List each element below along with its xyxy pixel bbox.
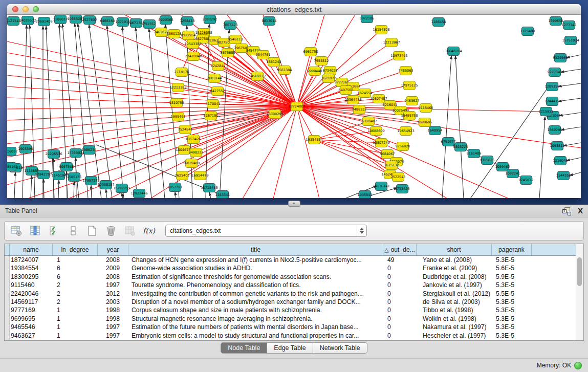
column-header-in_degree[interactable]: in_degree	[53, 244, 98, 255]
network-edge-black[interactable]	[563, 143, 581, 146]
cell-out_de[interactable]: 0	[383, 323, 417, 331]
network-edge-red[interactable]	[314, 131, 376, 140]
cell-out_de[interactable]: 0	[383, 298, 417, 306]
network-edge-black[interactable]	[567, 55, 581, 58]
cell-in_degree[interactable]: 1	[53, 256, 98, 264]
network-edge-black[interactable]	[58, 180, 59, 198]
cell-out_de[interactable]: 0	[383, 264, 417, 272]
cell-year[interactable]: 1997	[98, 332, 128, 340]
cell-in_degree[interactable]: 2	[53, 298, 98, 306]
cell-out_de[interactable]: 0	[383, 315, 417, 323]
cell-title[interactable]: Tourette syndrome. Phenomenology and cla…	[128, 281, 383, 289]
network-edge-black[interactable]	[567, 158, 581, 161]
table-row[interactable]: 1938455462009Genome-wide association stu…	[5, 264, 583, 272]
tab-edge-table[interactable]: Edge Table	[267, 342, 313, 354]
cell-pagerank[interactable]: 5.9E-5	[492, 273, 532, 281]
cell-pagerank[interactable]: 5.3E-5	[492, 323, 532, 331]
cell-short[interactable]: Stergiakouli et al. (2012)	[417, 290, 492, 298]
cell-year[interactable]: 2008	[98, 273, 128, 281]
table-row[interactable]: 2242004622012Investigating the contribut…	[5, 290, 583, 298]
table-row[interactable]: 969969511998Structural magnetic resonanc…	[5, 315, 583, 323]
cell-title[interactable]: Changes of HCN gene expression and I(f) …	[128, 256, 383, 264]
select-rows-check-icon[interactable]: ✓✓	[49, 225, 60, 236]
cell-pagerank[interactable]: 5.3E-5	[492, 298, 532, 306]
new-table-icon[interactable]	[86, 225, 98, 236]
network-edge-red[interactable]	[314, 140, 381, 143]
column-header-year[interactable]: year	[98, 244, 128, 255]
network-edge-black[interactable]	[122, 27, 137, 198]
cell-title[interactable]: Estimation of the future numbers of pati…	[128, 323, 383, 331]
cell-title[interactable]: Disruption of a novel member of a sodium…	[128, 298, 383, 306]
cell-name[interactable]: 22420046	[10, 290, 53, 298]
network-edge-black[interactable]	[175, 192, 176, 198]
table-scrollbar-thumb[interactable]	[577, 257, 582, 286]
cell-year[interactable]: 1998	[98, 315, 128, 323]
cell-pagerank[interactable]: 5.5E-5	[492, 290, 532, 298]
cell-name[interactable]: 9777169	[10, 306, 53, 314]
cell-name[interactable]: 9115460	[10, 281, 53, 289]
cell-short[interactable]: Nakamura et al. (1997)	[417, 323, 492, 331]
table-row[interactable]: 1830029562008Estimation of significance …	[5, 273, 583, 281]
column-header-short[interactable]: short	[417, 244, 492, 255]
cell-pagerank[interactable]: 5.6E-5	[492, 264, 532, 272]
column-visibility-icon[interactable]	[30, 225, 41, 236]
cell-short[interactable]: Franke et al. (2009)	[417, 264, 492, 272]
network-edge-black[interactable]	[455, 56, 464, 198]
cell-in_degree[interactable]: 2	[53, 281, 98, 289]
column-header-name[interactable]: name	[10, 244, 53, 255]
network-edge-black[interactable]	[136, 28, 151, 198]
cell-title[interactable]: Structural magnetic resonance image aver…	[128, 315, 383, 323]
network-edge-black[interactable]	[561, 127, 581, 130]
cell-year[interactable]: 2008	[98, 256, 128, 264]
table-row[interactable]: 1872400712008Changes of HCN gene express…	[5, 256, 583, 264]
network-edge-black[interactable]	[558, 98, 581, 101]
cell-short[interactable]: Tibbo et al. (1998)	[417, 306, 492, 314]
cell-name[interactable]: 9465546	[10, 323, 53, 331]
cell-short[interactable]: Wolkin et al. (1998)	[417, 315, 492, 323]
cell-out_de[interactable]: 49	[383, 256, 417, 264]
cell-name[interactable]: 14569117	[10, 298, 53, 306]
row-height-icon[interactable]	[68, 225, 79, 236]
cell-pagerank[interactable]: 5.3E-5	[492, 332, 532, 340]
cell-title[interactable]: Corpus callosum shape and size in male p…	[128, 306, 383, 314]
table-selector-dropdown[interactable]: citations_edges.txt	[165, 225, 367, 237]
function-builder-icon[interactable]: f(x)	[143, 225, 155, 236]
network-edge-black[interactable]	[559, 113, 581, 116]
table-row[interactable]: 1456911722003Disruption of a novel membe…	[5, 298, 583, 306]
cell-name[interactable]: 19384554	[10, 264, 53, 272]
network-edge-black[interactable]	[91, 185, 92, 198]
table-row[interactable]: 946362711997Embryonic stem cells: a mode…	[5, 332, 583, 340]
cell-name[interactable]: 18300295	[10, 273, 53, 281]
cell-year[interactable]: 2009	[98, 264, 128, 272]
cell-title[interactable]: Genome-wide association studies in ADHD.	[128, 264, 383, 272]
network-edge-black[interactable]	[470, 83, 551, 198]
window-titlebar[interactable]: citations_edges.txt	[7, 4, 581, 15]
column-header-pagerank[interactable]: pagerank	[492, 244, 532, 255]
cell-out_de[interactable]: 0	[383, 306, 417, 314]
cell-short[interactable]: Jankovic et al. (1997)	[417, 281, 492, 289]
table-row[interactable]: 911546021997Tourette syndrome. Phenomeno…	[5, 281, 583, 289]
network-edge-red[interactable]	[182, 72, 297, 106]
cell-title[interactable]: Investigating the contribution of common…	[128, 290, 383, 298]
column-header-title[interactable]: title	[128, 244, 383, 255]
cell-out_de[interactable]: 0	[383, 273, 417, 281]
network-edge-black[interactable]	[539, 117, 545, 198]
cell-year[interactable]: 2003	[98, 298, 128, 306]
cell-year[interactable]: 1997	[98, 323, 128, 331]
cell-pagerank[interactable]: 5.3E-5	[492, 281, 532, 289]
cell-short[interactable]: Hescheler et al. (1997)	[417, 332, 492, 340]
network-edge-black[interactable]	[209, 192, 211, 198]
cell-year[interactable]: 1998	[98, 306, 128, 314]
float-panel-icon[interactable]	[562, 207, 571, 214]
network-edge-black[interactable]	[31, 176, 32, 198]
table-row[interactable]: 977716911998Corpus callosum shape and si…	[5, 306, 583, 314]
cell-in_degree[interactable]: 6	[53, 273, 98, 281]
network-edge-black[interactable]	[122, 193, 123, 198]
cell-in_degree[interactable]: 1	[53, 306, 98, 314]
network-edge-black[interactable]	[558, 83, 581, 86]
cell-pagerank[interactable]: 5.3E-5	[492, 315, 532, 323]
network-edge-black[interactable]	[107, 26, 124, 198]
table-row[interactable]: 946554611997Estimation of the future num…	[5, 323, 583, 331]
cell-out_de[interactable]: 0	[383, 281, 417, 289]
cell-in_degree[interactable]: 1	[53, 323, 98, 331]
